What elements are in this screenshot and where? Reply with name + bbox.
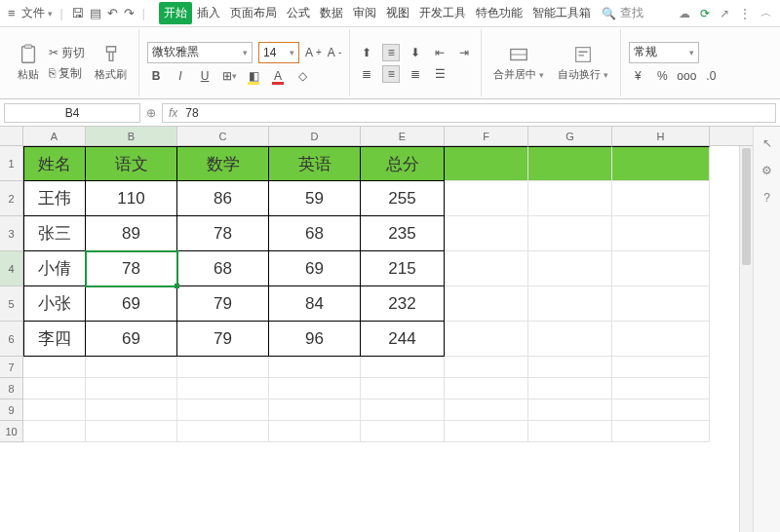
align-bottom-icon[interactable]: ⬇ [407, 44, 424, 61]
justify-icon[interactable]: ☰ [431, 65, 448, 83]
row-header[interactable]: 1 [0, 146, 23, 181]
currency-icon[interactable]: ¥ [629, 67, 646, 85]
cell[interactable] [612, 181, 710, 216]
cell[interactable]: 69 [86, 322, 177, 357]
tab-insert[interactable]: 插入 [192, 2, 225, 24]
cell[interactable]: 78 [177, 216, 269, 251]
cell[interactable]: 59 [269, 181, 361, 216]
indent-increase-icon[interactable]: ⇥ [455, 44, 473, 61]
cell[interactable]: 总分 [361, 146, 445, 181]
cell[interactable] [528, 399, 612, 421]
cell[interactable]: 数学 [177, 146, 269, 181]
cell[interactable] [269, 357, 361, 378]
help-icon[interactable]: ? [763, 191, 770, 205]
tab-formula[interactable]: 公式 [282, 2, 315, 24]
select-all-corner[interactable] [0, 127, 23, 145]
cell[interactable] [528, 251, 612, 286]
row-header[interactable]: 7 [0, 357, 23, 378]
formula-input[interactable]: fx 78 [162, 103, 776, 123]
cell[interactable]: 英语 [269, 146, 361, 181]
col-header[interactable]: C [177, 127, 269, 145]
name-box[interactable]: B4 [4, 103, 140, 123]
cut-button[interactable]: ✂剪切 [49, 45, 85, 61]
tab-view[interactable]: 视图 [381, 2, 414, 24]
share-icon[interactable]: ↗ [720, 7, 729, 20]
cell[interactable]: 86 [177, 181, 269, 216]
align-right-icon[interactable]: ≣ [407, 65, 424, 83]
align-top-icon[interactable]: ⬆ [358, 44, 375, 61]
row-header[interactable]: 2 [0, 181, 23, 216]
cell[interactable] [528, 181, 612, 216]
cloud-icon[interactable]: ☁ [679, 7, 690, 20]
font-size-select[interactable]: 14▾ [258, 42, 299, 63]
cell[interactable]: 68 [177, 251, 269, 286]
cell[interactable]: 69 [86, 286, 177, 322]
undo-icon[interactable]: ↶ [107, 6, 118, 20]
cell[interactable] [528, 286, 612, 322]
bold-button[interactable]: B [147, 67, 165, 85]
hamburger-icon[interactable]: ≡ [8, 6, 16, 20]
cell[interactable] [612, 357, 710, 378]
zoom-icon[interactable]: ⊕ [146, 106, 156, 120]
cell[interactable] [612, 286, 710, 322]
clear-format-button[interactable]: ◇ [293, 67, 311, 85]
merge-center-button[interactable]: 合并居中 ▾ [489, 44, 548, 82]
font-color-button[interactable]: A [269, 67, 287, 85]
cell[interactable] [612, 399, 710, 421]
decrease-font-icon[interactable]: A- [328, 46, 341, 59]
col-header[interactable]: E [361, 127, 445, 145]
cell[interactable] [177, 399, 269, 421]
tab-dev[interactable]: 开发工具 [414, 2, 471, 24]
cell[interactable] [445, 357, 528, 378]
cell[interactable]: 232 [361, 286, 445, 322]
cell[interactable] [445, 251, 528, 286]
row-header[interactable]: 10 [0, 421, 23, 442]
cell[interactable] [528, 357, 612, 378]
row-header[interactable]: 8 [0, 378, 23, 399]
row-header[interactable]: 6 [0, 322, 23, 357]
cell[interactable] [86, 357, 177, 378]
cell[interactable] [23, 357, 86, 378]
increase-font-icon[interactable]: A+ [305, 46, 322, 59]
cell[interactable]: 张三 [23, 216, 86, 251]
row-header[interactable]: 5 [0, 286, 23, 322]
cell[interactable] [612, 216, 710, 251]
save-icon[interactable]: 🖫 [71, 6, 84, 20]
cell[interactable] [361, 399, 445, 421]
cell[interactable]: 235 [361, 216, 445, 251]
cell[interactable] [612, 421, 710, 442]
col-header[interactable]: H [612, 127, 710, 145]
cell[interactable]: 84 [269, 286, 361, 322]
cell[interactable] [23, 421, 86, 442]
cell[interactable] [445, 146, 528, 181]
cell[interactable]: 姓名 [23, 146, 86, 181]
number-format-select[interactable]: 常规▾ [629, 42, 699, 63]
cell[interactable] [612, 146, 710, 181]
more-icon[interactable]: ⋮ [739, 7, 751, 20]
cell[interactable]: 244 [361, 322, 445, 357]
row-header[interactable]: 9 [0, 399, 23, 421]
cell[interactable]: 李四 [23, 322, 86, 357]
cell[interactable] [528, 216, 612, 251]
paste-button[interactable]: 粘贴 [14, 44, 43, 82]
spreadsheet-grid[interactable]: A B C D E F G H 1姓名语文数学英语总分2王伟1108659255… [0, 127, 753, 532]
cell[interactable] [612, 322, 710, 357]
chevron-up-icon[interactable]: ︿ [760, 5, 772, 21]
tab-data[interactable]: 数据 [315, 2, 348, 24]
cell[interactable] [445, 286, 528, 322]
comma-icon[interactable]: ооо [678, 67, 695, 85]
cell[interactable]: 小张 [23, 286, 86, 322]
cell[interactable] [445, 216, 528, 251]
settings-icon[interactable]: ⚙ [761, 164, 772, 177]
print-icon[interactable]: ▤ [90, 6, 101, 20]
tab-review[interactable]: 审阅 [348, 2, 381, 24]
wrap-text-button[interactable]: 自动换行 ▾ [554, 44, 612, 82]
fill-color-button[interactable]: ◧ [245, 67, 262, 85]
border-button[interactable]: ⊞▾ [220, 67, 238, 85]
col-header[interactable]: F [445, 127, 528, 145]
cell[interactable] [612, 378, 710, 399]
font-select[interactable]: 微软雅黑▾ [147, 42, 253, 63]
indent-decrease-icon[interactable]: ⇤ [431, 44, 448, 61]
col-header[interactable]: D [269, 127, 361, 145]
cell[interactable] [177, 357, 269, 378]
